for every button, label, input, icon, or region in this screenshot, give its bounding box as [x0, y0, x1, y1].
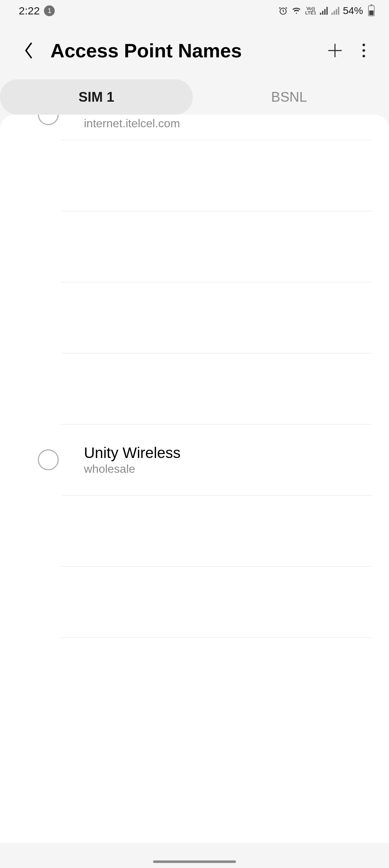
apn-name: Unity Wireless	[84, 444, 180, 462]
add-button[interactable]	[321, 36, 349, 65]
apn-list[interactable]: internet.itelcel.com Unity Wireless whol…	[0, 115, 389, 843]
apn-item-empty	[0, 353, 389, 424]
app-header: Access Point Names	[0, 22, 389, 79]
lte-label: LTE1	[305, 11, 316, 15]
back-button[interactable]	[18, 40, 40, 61]
apn-item-empty	[0, 567, 389, 637]
radio-unselected[interactable]	[38, 115, 59, 125]
alarm-icon	[278, 6, 288, 16]
apn-item-empty	[0, 638, 389, 708]
status-bar: 2:22 1 Vo)) LTE1 54%	[0, 0, 389, 22]
apn-item[interactable]: internet.itelcel.com	[0, 115, 389, 140]
gesture-navigation-bar[interactable]	[153, 860, 236, 863]
status-right: Vo)) LTE1 54%	[278, 5, 375, 17]
signal-icon-1	[320, 7, 328, 15]
plus-icon	[327, 43, 343, 58]
svg-point-2	[362, 49, 365, 52]
apn-item-empty	[0, 282, 389, 353]
apn-value: internet.itelcel.com	[84, 117, 180, 130]
apn-item-empty	[0, 140, 389, 211]
radio-unselected[interactable]	[38, 449, 59, 470]
svg-point-1	[362, 44, 365, 46]
wifi-icon	[291, 7, 301, 15]
tab-label: SIM 1	[79, 89, 114, 105]
sim-tabs: SIM 1 BSNL	[0, 79, 389, 115]
tab-sim1[interactable]: SIM 1	[0, 79, 193, 115]
tab-label: BSNL	[271, 89, 307, 105]
apn-item-empty	[0, 495, 389, 566]
apn-value: wholesale	[84, 462, 180, 476]
volte-icon: Vo)) LTE1	[305, 6, 316, 15]
chevron-left-icon	[23, 42, 34, 59]
more-options-button[interactable]	[349, 36, 378, 65]
signal-icon-2	[331, 7, 339, 15]
page-title: Access Point Names	[50, 39, 321, 62]
more-vertical-icon	[362, 43, 366, 58]
apn-item-unity-wireless[interactable]: Unity Wireless wholesale	[0, 424, 389, 495]
apn-text: internet.itelcel.com	[84, 117, 180, 130]
apn-item-empty	[0, 211, 389, 282]
status-left: 2:22 1	[19, 5, 55, 17]
apn-text: Unity Wireless wholesale	[84, 444, 180, 476]
battery-icon	[368, 5, 375, 16]
tab-bsnl[interactable]: BSNL	[193, 79, 385, 115]
status-time: 2:22	[19, 5, 40, 17]
notification-count-badge: 1	[44, 5, 55, 16]
battery-percent: 54%	[343, 5, 363, 17]
svg-point-3	[362, 55, 365, 57]
